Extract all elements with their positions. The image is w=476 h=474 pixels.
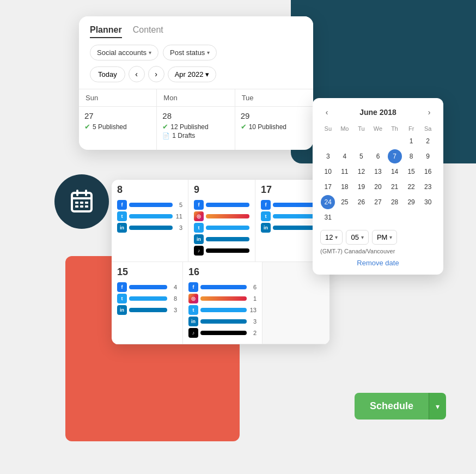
- schedule-button-wrap: Schedule ▾: [355, 393, 446, 420]
- instagram-bar: [206, 214, 249, 218]
- day-11[interactable]: 11: [338, 165, 352, 179]
- day-1[interactable]: 1: [404, 134, 418, 148]
- chevron-down-icon: ▾: [389, 234, 392, 240]
- minute-select[interactable]: 05 ▾: [346, 230, 368, 245]
- day-29[interactable]: 29: [404, 195, 418, 209]
- calendar-cell-29[interactable]: 29 ✔ 10 Published: [235, 107, 313, 150]
- tiktok-count: 2: [249, 330, 257, 336]
- day-13[interactable]: 13: [371, 165, 385, 179]
- day-30[interactable]: 30: [421, 195, 435, 209]
- social-row-tw: t 13: [188, 305, 257, 315]
- linkedin-icon: in: [117, 223, 127, 233]
- linkedin-icon: in: [261, 223, 271, 233]
- day-19[interactable]: 19: [354, 180, 368, 194]
- day-7-today[interactable]: 7: [388, 149, 402, 163]
- facebook-icon: f: [261, 200, 271, 210]
- linkedin-count: 3: [175, 224, 182, 231]
- next-button[interactable]: ›: [148, 66, 164, 82]
- day-18[interactable]: 18: [338, 180, 352, 194]
- day-4[interactable]: 4: [338, 149, 352, 163]
- day-27[interactable]: 27: [371, 195, 385, 209]
- mini-prev-button[interactable]: ‹: [320, 106, 333, 119]
- twitter-icon: t: [188, 305, 198, 315]
- mini-calendar-widget: ‹ June 2018 › Su Mo Tu We Th Fr Sa 1 2 3…: [313, 98, 443, 275]
- day-24-selected[interactable]: 24: [321, 195, 335, 209]
- calendar-cell-28[interactable]: 28 ✔ 12 Published 📄 1 Drafts: [157, 107, 235, 150]
- cell-date: 27: [84, 111, 151, 120]
- twitter-count: 11: [175, 213, 182, 220]
- month-picker[interactable]: Apr 2022 ▾: [168, 66, 217, 82]
- check-icon: ✔: [241, 123, 247, 131]
- nav-row: Today ‹ › Apr 2022 ▾: [90, 66, 302, 82]
- day-8[interactable]: 8: [404, 149, 418, 163]
- day-3[interactable]: 3: [321, 149, 335, 163]
- today-button[interactable]: Today: [90, 66, 125, 82]
- day-28[interactable]: 28: [388, 195, 402, 209]
- social-row-li: in 3: [188, 317, 257, 326]
- day-2[interactable]: 2: [421, 134, 435, 148]
- social-row-tk: ♪: [194, 246, 249, 256]
- doc-icon: 📄: [162, 132, 170, 139]
- schedule-button[interactable]: Schedule: [355, 393, 429, 420]
- day-26[interactable]: 26: [354, 195, 368, 209]
- social-row-fb: f: [194, 200, 249, 210]
- tab-content[interactable]: Content: [133, 25, 163, 38]
- hour-select[interactable]: 12 ▾: [320, 230, 343, 245]
- twitter-count: 8: [169, 295, 177, 302]
- calendar-cell-27[interactable]: 27 ✔ 5 Published: [79, 107, 157, 150]
- day-10[interactable]: 10: [321, 165, 335, 179]
- week-cell-15[interactable]: 15 f 4 t 8 in 3: [112, 262, 183, 344]
- filter-row: Social accounts ▾ Post status ▾: [90, 45, 302, 60]
- facebook-bar: [129, 285, 167, 289]
- day-header-sun: Sun: [79, 89, 157, 106]
- svg-rect-8: [80, 205, 83, 208]
- mini-calendar-header: ‹ June 2018 ›: [320, 106, 436, 119]
- day-31[interactable]: 31: [321, 210, 335, 224]
- twitter-icon: t: [117, 294, 127, 303]
- day-22[interactable]: 22: [404, 180, 418, 194]
- cell-date-9: 9: [194, 184, 249, 196]
- day-header-tue: Tue: [235, 89, 313, 106]
- day-20[interactable]: 20: [371, 180, 385, 194]
- instagram-bar: [200, 296, 247, 301]
- post-status-filter[interactable]: Post status ▾: [163, 45, 217, 60]
- social-accounts-filter[interactable]: Social accounts ▾: [90, 45, 158, 60]
- twitter-bar: [273, 214, 316, 218]
- day-12[interactable]: 12: [354, 165, 368, 179]
- schedule-dropdown-button[interactable]: ▾: [429, 393, 446, 420]
- calendar-week-row: 27 ✔ 5 Published 28 ✔ 12 Published 📄 1 D…: [79, 106, 313, 150]
- period-select[interactable]: PM ▾: [372, 230, 398, 245]
- planner-card: Planner Content Social accounts ▾ Post s…: [79, 16, 313, 150]
- week-calendar-card: 8 f 5 t 11 in 3 9 f: [112, 180, 329, 344]
- twitter-bar: [206, 226, 249, 230]
- week-cell-9[interactable]: 9 f ◎ t in ♪: [188, 180, 255, 262]
- day-header-mo: Mo: [337, 124, 353, 133]
- prev-button[interactable]: ‹: [129, 66, 145, 82]
- day-23[interactable]: 23: [421, 180, 435, 194]
- linkedin-icon: in: [188, 317, 198, 326]
- twitter-icon: t: [117, 211, 127, 221]
- day-6[interactable]: 6: [371, 149, 385, 163]
- tab-planner[interactable]: Planner: [90, 25, 122, 38]
- remove-date-button[interactable]: Remove date: [320, 259, 436, 267]
- mini-next-button[interactable]: ›: [423, 106, 436, 119]
- week-cell-8[interactable]: 8 f 5 t 11 in 3: [112, 180, 188, 262]
- linkedin-bar: [129, 226, 173, 230]
- linkedin-count: 3: [249, 318, 257, 325]
- social-row-li: in 3: [117, 223, 182, 233]
- facebook-count: 4: [169, 284, 177, 290]
- day-14[interactable]: 14: [388, 165, 402, 179]
- day-5[interactable]: 5: [354, 149, 368, 163]
- facebook-count: 6: [249, 284, 257, 290]
- day-17[interactable]: 17: [321, 180, 335, 194]
- social-row-ig: ◎ 1: [188, 294, 257, 303]
- day-9[interactable]: 9: [421, 149, 435, 163]
- day-15[interactable]: 15: [404, 165, 418, 179]
- facebook-icon: f: [117, 200, 127, 210]
- day-21[interactable]: 21: [388, 180, 402, 194]
- week-cell-16[interactable]: 16 f 6 ◎ 1 t 13 in 3 ♪: [183, 262, 263, 344]
- time-row: 12 ▾ 05 ▾ PM ▾: [320, 230, 436, 245]
- day-16[interactable]: 16: [421, 165, 435, 179]
- instagram-count: 1: [249, 295, 257, 302]
- day-25[interactable]: 25: [338, 195, 352, 209]
